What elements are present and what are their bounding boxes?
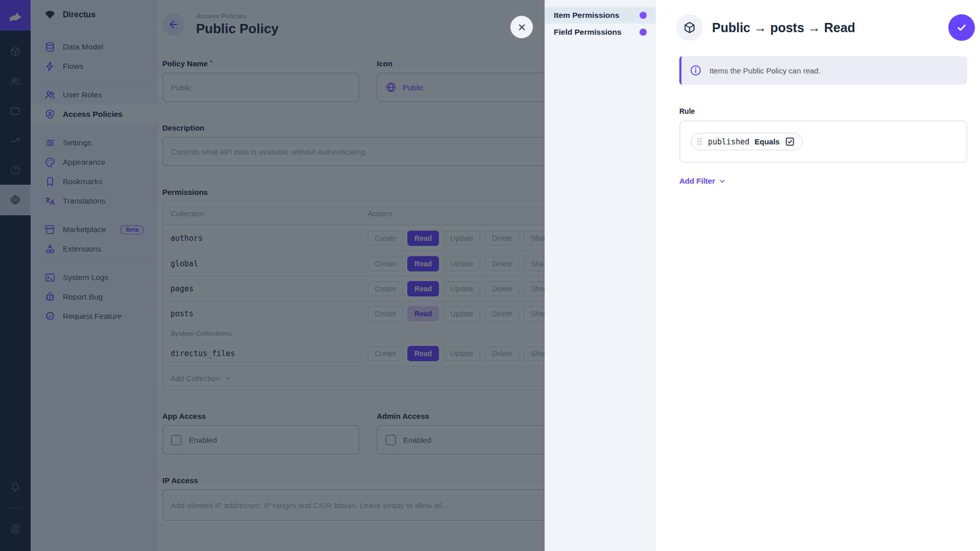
filter-row[interactable]: published Equals <box>691 133 803 151</box>
notice-text: Items the Public Policy can read. <box>709 66 821 75</box>
drawer-main: Public → posts → Read Items the Public P… <box>656 0 980 551</box>
check-icon <box>955 21 968 34</box>
drawer-title: Public → posts → Read <box>712 20 948 35</box>
add-filter-button[interactable]: Add Filter <box>679 177 726 185</box>
filter-field-name[interactable]: published <box>708 137 749 146</box>
box-icon <box>676 14 703 41</box>
rules-indicator-dot <box>640 29 647 36</box>
drawer-tab-item-permissions[interactable]: Item Permissions <box>545 7 656 23</box>
notice-banner: Items the Public Policy can read. <box>679 56 967 85</box>
drawer-header: Public → posts → Read <box>656 0 980 55</box>
rule-card: published Equals <box>679 120 967 163</box>
rules-indicator-dot <box>640 12 647 19</box>
save-button[interactable] <box>948 14 975 41</box>
drag-handle-icon[interactable] <box>696 137 703 146</box>
checkbox-checked-icon[interactable] <box>785 136 795 147</box>
drawer-sidebar: Item PermissionsField Permissions <box>545 0 656 551</box>
drawer-tab-label: Item Permissions <box>554 11 619 20</box>
chevron-down-icon <box>718 177 726 185</box>
close-drawer-button[interactable] <box>510 16 533 38</box>
rule-label: Rule <box>679 107 980 115</box>
drawer-tab-label: Field Permissions <box>554 28 622 37</box>
permissions-drawer: Item PermissionsField Permissions Public… <box>545 0 980 551</box>
filter-operator[interactable]: Equals <box>754 137 779 146</box>
close-icon <box>517 22 527 32</box>
add-filter-label: Add Filter <box>679 177 715 185</box>
info-icon <box>690 64 702 77</box>
drawer-tab-field-permissions[interactable]: Field Permissions <box>545 24 656 40</box>
